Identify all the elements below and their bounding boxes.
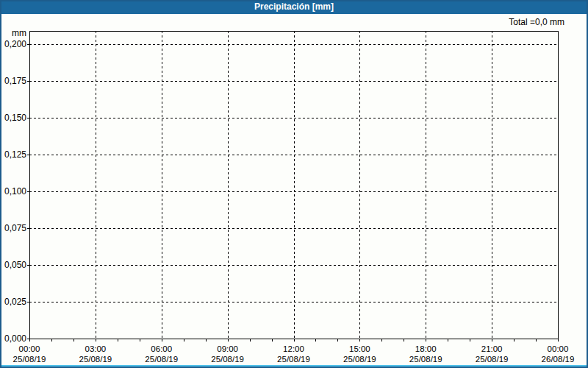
y-tick-label: 0,100 xyxy=(4,186,26,197)
window-border xyxy=(1,1,587,367)
x-time-label: 12:00 xyxy=(283,344,304,353)
y-tick-label: 0,075 xyxy=(4,223,26,233)
x-time-label: 03:00 xyxy=(85,344,106,353)
y-tick-label: 0,050 xyxy=(4,260,26,270)
x-date-label: 25/08/19 xyxy=(79,355,112,364)
x-time-label: 09:00 xyxy=(217,344,238,353)
x-time-label: 21:00 xyxy=(481,344,503,353)
x-date-label: 25/08/19 xyxy=(476,355,509,364)
y-tick-label: 0,125 xyxy=(4,149,26,160)
x-date-label: 25/08/19 xyxy=(409,355,442,364)
x-date-label: 25/08/19 xyxy=(343,355,376,364)
x-date-label: 25/08/19 xyxy=(277,355,310,364)
x-date-label: 25/08/19 xyxy=(145,355,178,364)
y-tick-label: 0,025 xyxy=(4,297,26,307)
y-tick-label: 0,150 xyxy=(4,113,26,123)
y-tick-label: 0,175 xyxy=(4,76,26,86)
chart-title: Precipitación [mm] xyxy=(254,0,334,14)
x-date-label: 25/08/19 xyxy=(13,355,46,364)
x-time-label: 06:00 xyxy=(151,344,172,353)
y-tick-label: 0,000 xyxy=(4,333,26,344)
total-precipitation-label: Total =0,0 mm xyxy=(509,17,564,27)
x-time-label: 00:00 xyxy=(19,344,40,353)
plot-frame xyxy=(30,32,559,339)
x-date-label: 26/08/19 xyxy=(542,355,575,364)
chart-title-bar: Precipitación [mm] xyxy=(0,0,588,14)
precipitation-chart: 0,2000,1750,1500,1250,1000,0750,0500,025… xyxy=(0,0,588,368)
y-axis-unit-label: mm xyxy=(12,28,26,38)
x-time-label: 00:00 xyxy=(548,344,569,353)
x-time-label: 15:00 xyxy=(349,344,370,353)
x-time-label: 18:00 xyxy=(415,344,437,353)
x-date-label: 25/08/19 xyxy=(211,355,244,364)
y-tick-label: 0,200 xyxy=(4,39,26,49)
precipitation-chart-window: Precipitación [mm] Total =0,0 mm 0,2000,… xyxy=(0,0,588,368)
